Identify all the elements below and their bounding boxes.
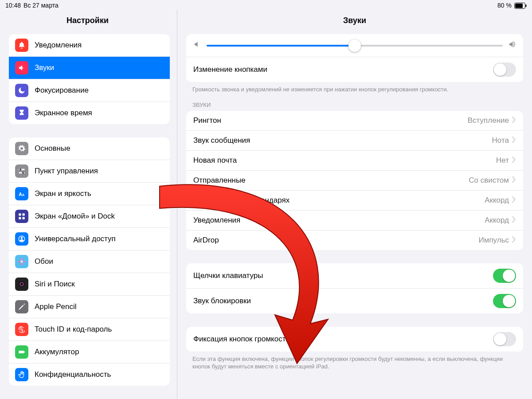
svg-point-17 [21, 263, 23, 265]
svg-point-19 [23, 261, 25, 263]
svg-rect-12 [23, 217, 25, 219]
sound-row-value: Нет [496, 156, 516, 165]
content-pane[interactable]: Звуки Изменение кнопками Громкость зв [177, 10, 532, 399]
sidebar-item-notifications[interactable]: Уведомления [9, 34, 170, 57]
status-date: Вс 27 марта [23, 2, 59, 9]
status-battery-pct: 80 % [497, 2, 512, 9]
sidebar-item-touchid[interactable]: Touch ID и код-пароль [9, 318, 170, 341]
sidebar-item-homescreen[interactable]: Экран «Домой» и Dock [9, 205, 170, 228]
sidebar-item-pencil[interactable]: Apple Pencil [9, 296, 170, 318]
svg-rect-23 [19, 351, 24, 353]
chevron-right-icon [512, 216, 516, 225]
svg-point-6 [22, 172, 24, 174]
svg-point-14 [21, 237, 23, 239]
siri-icon [15, 278, 28, 291]
sound-row-value: Со свистом [469, 176, 516, 185]
sound-row-sentmail[interactable]: ОтправленныеСо свистом [186, 171, 523, 191]
sidebar-item-label: Экранное время [35, 109, 92, 117]
lock-volume-buttons-toggle[interactable] [493, 332, 516, 346]
sidebar-item-screentime[interactable]: Экранное время [9, 102, 170, 124]
content-title: Звуки [177, 10, 532, 34]
fingerprint-icon [15, 323, 28, 336]
chevron-right-icon [512, 156, 516, 165]
sound-row-value: Нота [492, 136, 516, 145]
sidebar-item-label: Экран «Домой» и Dock [35, 212, 115, 221]
sidebar: Настройки УведомленияЗвукиФокусированиеЭ… [0, 10, 177, 399]
sidebar-item-focus[interactable]: Фокусирование [9, 79, 170, 102]
sidebar-item-general[interactable]: Основные [9, 137, 170, 160]
volume-slider-knob[interactable] [348, 39, 361, 52]
lock-volume-buttons-row[interactable]: Фиксация кнопок громкости [186, 327, 523, 352]
sound-row-calalerts[interactable]: Уведомления в календаряхАккорд [186, 191, 523, 211]
volume-card: Изменение кнопками [186, 34, 523, 82]
speaker-high-icon [508, 40, 516, 51]
svg-point-18 [19, 261, 21, 263]
lock-volume-buttons-card: Фиксация кнопок громкости [186, 327, 523, 352]
sidebar-item-battery[interactable]: Аккумулятор [9, 341, 170, 364]
sidebar-item-label: Touch ID и код-пароль [35, 325, 112, 334]
sounds-section-header: ЗВУКИ [192, 102, 517, 108]
locksound-row[interactable]: Звук блокировки [186, 289, 523, 313]
sidebar-item-label: Уведомления [35, 41, 82, 50]
volume-slider[interactable] [207, 45, 503, 47]
gear-icon [15, 142, 28, 155]
keyclicks-toggle[interactable] [493, 269, 516, 283]
sidebar-item-sounds[interactable]: Звуки [9, 57, 170, 79]
sidebar-item-privacy[interactable]: Конфиденциальность [9, 364, 170, 386]
chevron-right-icon [512, 136, 516, 145]
chevron-right-icon [512, 196, 516, 205]
sidebar-item-accessibility[interactable]: Универсальный доступ [9, 228, 170, 250]
change-with-buttons-toggle[interactable] [493, 63, 516, 77]
speaker-icon [15, 61, 28, 74]
change-with-buttons-label: Изменение кнопками [193, 65, 267, 74]
svg-rect-2 [526, 4, 527, 7]
sidebar-item-label: Siri и Поиск [35, 280, 75, 289]
flower-icon [15, 255, 28, 268]
svg-point-20 [19, 281, 25, 287]
keyclicks-label: Щелчки клавиатуры [193, 271, 263, 280]
sound-row-label: Уведомления [193, 216, 240, 225]
sidebar-item-wallpaper[interactable]: Обои [9, 250, 170, 273]
sidebar-item-label: Экран и яркость [35, 189, 91, 198]
volume-slider-row [186, 34, 523, 57]
locksound-toggle[interactable] [493, 294, 516, 308]
sound-row-label: Уведомления в календарях [193, 196, 289, 205]
change-with-buttons-row[interactable]: Изменение кнопками [186, 57, 523, 82]
sidebar-item-label: Пункт управления [35, 167, 98, 176]
svg-text:A: A [22, 193, 25, 197]
sound-row-airdrop[interactable]: AirDropИмпульс [186, 231, 523, 250]
keyclicks-row[interactable]: Щелчки клавиатуры [186, 263, 523, 289]
svg-rect-24 [24, 352, 25, 353]
sound-row-value: Аккорд [485, 216, 516, 225]
svg-rect-11 [19, 217, 21, 219]
hand-icon [15, 368, 28, 381]
sound-row-label: Отправленные [193, 176, 246, 185]
bell-icon [15, 39, 28, 52]
sidebar-item-label: Универсальный доступ [35, 235, 116, 243]
svg-point-5 [20, 168, 22, 171]
sound-row-reminders[interactable]: УведомленияАккорд [186, 211, 523, 231]
lock-volume-buttons-label: Фиксация кнопок громкости [193, 335, 290, 344]
sound-row-ringtone[interactable]: РингтонВступление [186, 111, 523, 131]
svg-point-15 [21, 261, 23, 263]
battery-icon [15, 345, 28, 359]
sidebar-item-display[interactable]: AAЭкран и яркость [9, 183, 170, 205]
switches-icon [15, 164, 28, 178]
person-icon [15, 232, 28, 246]
sidebar-item-controlcenter[interactable]: Пункт управления [9, 160, 170, 183]
sound-row-newmail[interactable]: Новая почтаНет [186, 151, 523, 171]
svg-point-16 [21, 258, 23, 261]
sound-row-label: Рингтон [193, 116, 221, 125]
status-bar: 10:48 Вс 27 марта 80 % [0, 0, 532, 10]
status-time: 10:48 [5, 2, 21, 9]
battery-icon [514, 2, 527, 9]
sidebar-item-label: Конфиденциальность [35, 370, 111, 379]
sidebar-item-label: Аккумулятор [35, 348, 79, 356]
sidebar-item-label: Обои [35, 257, 53, 266]
sidebar-item-siri[interactable]: Siri и Поиск [9, 273, 170, 296]
sound-row-text[interactable]: Звук сообщенияНота [186, 131, 523, 151]
pencil-icon [15, 300, 28, 313]
text-aa-icon: AA [15, 187, 28, 200]
sound-row-value: Импульс [478, 236, 516, 245]
svg-rect-10 [23, 213, 25, 215]
